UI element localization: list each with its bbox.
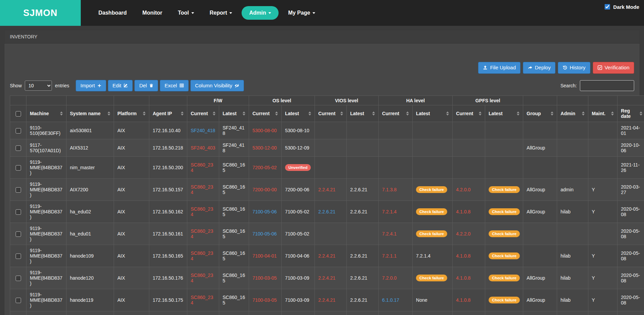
table-row: 9117-570(107A01D)AIX5312AIX172.16.50.218… [10, 139, 644, 157]
page-size-select[interactable]: 10 [25, 81, 52, 91]
table-toolbar: Show 10 entries Import Edit [10, 80, 634, 92]
row-checkbox[interactable] [16, 145, 21, 151]
col-header-fw-current[interactable]: Current [187, 105, 219, 122]
edit-icon [124, 83, 128, 88]
col-header-vios-latest[interactable]: Latest [347, 105, 379, 122]
select-all-checkbox[interactable] [16, 111, 21, 117]
edit-button[interactable]: Edit [108, 80, 133, 92]
show-label: Show [10, 83, 22, 88]
table-cell: 7100-04-01 [249, 245, 282, 267]
table-cell: 2.2.4.21 [315, 245, 347, 267]
col-header-maint[interactable]: Maint. [588, 105, 618, 122]
table-cell: 7.2.0.0 [379, 267, 413, 289]
col-header-gpfs-latest[interactable]: Latest [485, 105, 523, 122]
table-cell: 172.16.50.175 [149, 289, 187, 311]
table-cell [315, 157, 347, 179]
table-cell: Unverified [282, 157, 315, 179]
nav-report[interactable]: Report [204, 6, 239, 19]
row-checkbox[interactable] [16, 209, 21, 215]
import-button[interactable]: Import [76, 80, 106, 92]
trash-icon [149, 83, 153, 88]
col-header-gpfs-current[interactable]: Current [453, 105, 485, 122]
col-header-agent-ip[interactable]: Agent IP [149, 105, 187, 122]
table-cell: Check failure [413, 201, 453, 223]
check-failure-badge: Check failure [416, 208, 447, 215]
table-cell: Check failure [413, 223, 453, 245]
col-header-machine[interactable]: Machine [26, 105, 67, 122]
table-cell: hilab [557, 245, 588, 267]
row-checkbox[interactable] [16, 253, 21, 259]
col-header-fw-latest[interactable]: Latest [219, 105, 249, 122]
table-cell: 5300-08-00 [249, 122, 282, 139]
table-cell: 2020-05-08 [618, 311, 644, 315]
col-header-os-latest[interactable]: Latest [282, 105, 315, 122]
table-cell: 2.2.4.21 [315, 179, 347, 201]
col-header-ha-current[interactable]: Current [379, 105, 413, 122]
firmware-link[interactable]: SF240_418 [187, 122, 219, 139]
row-checkbox[interactable] [16, 298, 21, 303]
row-checkbox[interactable] [16, 231, 21, 237]
col-header-vios-current[interactable]: Current [315, 105, 347, 122]
dark-mode-toggle[interactable]: Dark Mode [603, 3, 639, 11]
history-icon [563, 65, 567, 70]
table-cell: 172.16.50.200 [149, 157, 187, 179]
table-cell: 7200-05-02 [249, 157, 282, 179]
table-cell: 2020-05-08 [618, 267, 644, 289]
column-visibility-button[interactable]: Column Visibility [190, 80, 244, 92]
dark-mode-checkbox[interactable] [605, 4, 610, 10]
table-cell: 7100-03-03 [249, 311, 282, 315]
actions-row: File Upload Deploy History Verification [10, 62, 634, 74]
sort-icon [108, 111, 110, 116]
deploy-button[interactable]: Deploy [523, 62, 555, 74]
table-cell [347, 311, 379, 315]
nav-admin[interactable]: Admin [242, 6, 279, 20]
sort-icon [60, 111, 63, 116]
excel-button[interactable]: Excel [160, 80, 189, 92]
table-cell [347, 122, 379, 139]
col-header-reg-date[interactable]: Reg date [618, 105, 644, 122]
delete-button[interactable]: Del [134, 80, 158, 92]
table-cell: 2020-05-08 [618, 245, 644, 267]
col-header-os-current[interactable]: Current [249, 105, 282, 122]
col-header-group[interactable]: Group [523, 105, 557, 122]
table-cell: SC860_234 [187, 157, 219, 179]
table-cell: 6.1.0.17 [379, 289, 413, 311]
table-cell: 7100-03-09 [282, 267, 315, 289]
table-cell [588, 157, 618, 179]
table-cell: AllGroup [523, 179, 557, 201]
table-cell: SC860_234 [187, 179, 219, 201]
col-header-platform[interactable]: Platform [114, 105, 149, 122]
check-failure-badge: Check failure [489, 252, 520, 259]
table-cell [485, 139, 523, 157]
search-input[interactable] [580, 80, 634, 91]
verification-button[interactable]: Verification [593, 62, 634, 74]
col-header-system-name[interactable]: System name [67, 105, 114, 122]
row-checkbox[interactable] [16, 128, 21, 134]
nav-dashboard[interactable]: Dashboard [92, 6, 133, 19]
history-button[interactable]: History [558, 62, 590, 74]
file-upload-button[interactable]: File Upload [478, 62, 520, 74]
table-cell [413, 139, 453, 157]
table-cell [588, 122, 618, 139]
row-checkbox[interactable] [16, 187, 21, 193]
col-header-ha-latest[interactable]: Latest [413, 105, 453, 122]
toolbar-buttons: Import Edit Del Excel [76, 80, 244, 92]
col-header-admin[interactable]: Admin [557, 105, 588, 122]
table-cell: 2.2.4.21 [315, 289, 347, 311]
table-row: 9119-MME(84BD837)hanode120AIX172.16.50.1… [10, 267, 644, 289]
row-checkbox[interactable] [16, 276, 21, 281]
brand-logo[interactable]: SJMON [0, 0, 81, 26]
nav-tool[interactable]: Tool [172, 6, 200, 19]
table-row: 9119-MME(84BD837)nim_masterAIX172.16.50.… [10, 157, 644, 179]
table-cell: AIX7200 [67, 179, 114, 201]
table-cell: 9119-MME(84BD837) [26, 245, 67, 267]
table-cell: 9119-MME(84BD837) [26, 311, 67, 315]
row-checkbox[interactable] [16, 165, 21, 171]
toolbar-right: Search: [561, 80, 634, 91]
nav-my-page[interactable]: My Page [282, 6, 321, 19]
table-cell [557, 223, 588, 245]
table-cell [413, 311, 453, 315]
nav-monitor[interactable]: Monitor [136, 6, 169, 19]
table-cell: 2021-04-01 [618, 122, 644, 139]
table-cell: admin [557, 179, 588, 201]
